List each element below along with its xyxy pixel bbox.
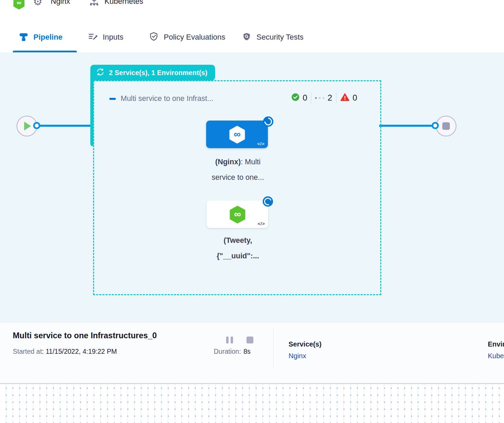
tab-policy-evaluations[interactable]: Policy Evaluations: [149, 22, 225, 52]
stage-group-badge[interactable]: 2 Service(s), 1 Environment(s): [90, 65, 215, 81]
play-icon: [24, 122, 31, 131]
failed-warning-icon: [340, 93, 350, 103]
running-count: 2: [327, 93, 332, 103]
edge-stage-to-end: [379, 125, 435, 127]
running-spinner-badge: [263, 116, 273, 127]
inputs-icon: [88, 32, 98, 43]
infrastructure-icon: [89, 0, 100, 9]
pause-button[interactable]: [226, 337, 234, 343]
tab-pipeline-label: Pipeline: [33, 33, 62, 42]
execution-tabbar: Pipeline Inputs Policy Evaluations: [0, 22, 504, 53]
environment-link-kubernetes[interactable]: Kubernetes: [488, 352, 504, 360]
breadcrumb-pipeline-name[interactable]: Nginx: [51, 0, 70, 6]
service-node-tweety-label: (Tweety, {"__uuid":...: [193, 233, 283, 264]
svg-text:∞: ∞: [17, 0, 21, 6]
tab-security-tests-label: Security Tests: [256, 33, 304, 42]
service-name: (Nginx): [215, 158, 241, 166]
stage-status-counters: 0 2 0: [291, 92, 357, 103]
canvas-grid-background: [0, 383, 504, 423]
tab-inputs-label: Inputs: [103, 33, 123, 42]
started-at: Started at: 11/15/2022, 4:19:22 PM: [13, 348, 117, 355]
collapse-stage-icon[interactable]: [109, 98, 116, 100]
stage-group-badge-label: 2 Service(s), 1 Environment(s): [109, 69, 208, 77]
stage-group-accent-strip: [90, 80, 93, 146]
end-node[interactable]: [436, 116, 456, 136]
execution-title: Multi service to one Infrastructures_0: [13, 331, 157, 340]
breadcrumb-environment-name[interactable]: Kubernetes: [104, 0, 143, 6]
stop-icon: [442, 122, 450, 130]
breadcrumb-bar: ∞ ⚙ Nginx Kubernetes: [0, 0, 504, 22]
service-link-nginx[interactable]: Nginx: [289, 352, 322, 360]
execution-summary-bar: Multi service to one Infrastructures_0 S…: [0, 322, 504, 383]
shield-search-icon: [242, 32, 251, 43]
stage-title-row: Multi service to one Infrast...: [109, 94, 213, 103]
edge-endpoint-start: [33, 122, 40, 129]
started-at-value: : 11/15/2022, 4:19:22 PM: [42, 348, 117, 355]
running-dots-icon: [315, 97, 324, 99]
duration-value: 8s: [243, 348, 251, 355]
failed-count: 0: [353, 93, 357, 103]
environments-column: Environment(s) Kubernetes: [488, 340, 504, 360]
edge-start-to-stage: [36, 125, 91, 127]
tab-pipeline[interactable]: Pipeline: [19, 22, 62, 52]
counter-divider: [311, 92, 311, 103]
tab-inputs[interactable]: Inputs: [88, 22, 123, 52]
tab-policy-evaluations-label: Policy Evaluations: [164, 33, 225, 42]
shield-check-icon: [149, 32, 159, 43]
pipeline-execution-page: ∞ ⚙ Nginx Kubernetes: [0, 0, 504, 423]
pipeline-canvas[interactable]: 2 Service(s), 1 Environment(s) Multi ser…: [0, 52, 504, 322]
footer-divider: [273, 329, 274, 368]
loop-icon: [96, 68, 105, 78]
service-node-nginx-label: (Nginx): Multi service to one...: [193, 154, 283, 185]
harness-logo-icon: ∞: [13, 0, 25, 11]
stage-title: Multi service to one Infrast...: [121, 94, 213, 103]
services-label: Service(s): [289, 340, 322, 348]
gear-icon: ⚙: [33, 0, 42, 8]
pipeline-icon: [19, 32, 28, 43]
counter-divider: [336, 92, 336, 103]
abort-button[interactable]: [246, 337, 253, 343]
edge-endpoint-end: [432, 122, 439, 129]
success-count: 0: [303, 93, 307, 103]
tab-security-tests[interactable]: Security Tests: [242, 22, 304, 52]
success-check-icon: [291, 93, 300, 103]
duration: Duration:8s: [214, 348, 251, 355]
services-column: Service(s) Nginx: [289, 340, 322, 360]
running-spinner-badge: [263, 196, 273, 207]
environments-label: Environment(s): [488, 340, 504, 348]
